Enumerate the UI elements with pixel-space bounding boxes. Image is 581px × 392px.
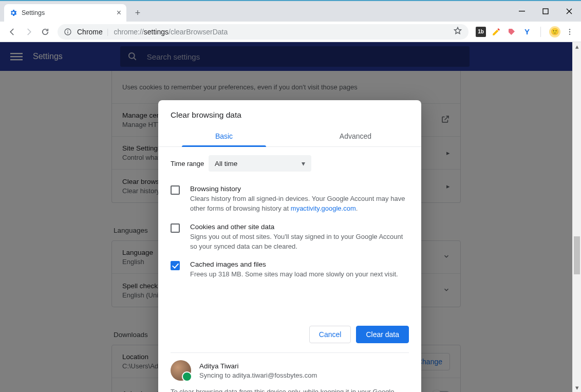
time-range-select[interactable]: All time ▾: [209, 155, 311, 172]
svg-rect-0: [519, 11, 525, 11]
checkbox-browsing-history[interactable]: [171, 185, 180, 195]
dialog-tab-basic[interactable]: Basic: [158, 127, 290, 146]
browser-menu-button[interactable]: [563, 28, 577, 36]
browser-tab-settings[interactable]: Settings ×: [4, 4, 126, 22]
svg-rect-1: [543, 9, 548, 14]
tab-title: Settings: [22, 9, 45, 16]
new-tab-button[interactable]: +: [130, 6, 145, 20]
option-cached-images[interactable]: Cached images and files Frees up 318 MB.…: [171, 256, 409, 285]
omnibox-url: chrome://settings/clearBrowserData: [114, 28, 228, 36]
time-range-label: Time range: [171, 160, 209, 167]
user-sync-status: Syncing to aditya.tiwari@fossbytes.com: [199, 371, 317, 379]
svg-point-6: [569, 31, 570, 32]
back-button[interactable]: [4, 24, 21, 40]
address-bar[interactable]: Chrome | chrome://settings/clearBrowserD…: [58, 24, 468, 40]
clear-data-button[interactable]: Clear data: [356, 326, 409, 343]
checkbox-cookies[interactable]: [171, 223, 180, 233]
caret-down-icon: ▾: [302, 159, 305, 167]
forward-button[interactable]: [21, 24, 37, 40]
dialog-footer-note: To clear browsing data from this device …: [171, 387, 409, 392]
synced-user-row: Aditya Tiwari Syncing to aditya.tiwari@f…: [171, 360, 409, 381]
gear-icon: [9, 9, 17, 17]
svg-point-5: [569, 29, 570, 30]
user-avatar-icon: [171, 360, 191, 381]
browser-tab-strip: Settings × +: [0, 1, 581, 22]
user-name: Aditya Tiwari: [199, 362, 317, 370]
extension-tag-icon[interactable]: [507, 27, 517, 37]
scroll-down-icon[interactable]: ▾: [573, 383, 581, 392]
window-minimize-button[interactable]: [510, 1, 534, 22]
reload-button[interactable]: [37, 24, 53, 40]
cancel-button[interactable]: Cancel: [309, 326, 351, 343]
option-browsing-history[interactable]: Browsing history Clears history from all…: [171, 181, 409, 219]
option-cookies[interactable]: Cookies and other site data Signs you ou…: [171, 219, 409, 257]
clear-browsing-data-dialog: Clear browsing data Basic Advanced Time …: [158, 100, 421, 392]
tab-close-icon[interactable]: ×: [117, 8, 121, 17]
scrollbar-thumb[interactable]: [574, 236, 580, 274]
window-close-button[interactable]: [557, 1, 581, 22]
profile-avatar-icon[interactable]: 🙂: [549, 26, 560, 38]
vertical-scrollbar[interactable]: ▴ ▾: [572, 42, 581, 392]
svg-point-7: [569, 33, 570, 34]
svg-rect-4: [67, 31, 68, 33]
window-maximize-button[interactable]: [534, 1, 557, 22]
omnibox-chip: Chrome: [77, 28, 103, 36]
site-info-icon[interactable]: [64, 28, 72, 36]
dialog-tab-advanced[interactable]: Advanced: [290, 127, 421, 146]
myactivity-link[interactable]: myactivity.google.com: [291, 204, 356, 212]
svg-point-3: [67, 30, 68, 31]
extension-y-icon[interactable]: Y: [522, 27, 532, 37]
scroll-up-icon[interactable]: ▴: [573, 42, 581, 51]
checkbox-cached-images[interactable]: [171, 261, 180, 270]
extension-pencil-icon[interactable]: [491, 27, 501, 37]
extension-icons: 1b Y 🙂: [473, 26, 563, 38]
extension-1b-icon[interactable]: 1b: [476, 27, 486, 37]
bookmark-star-icon[interactable]: [453, 26, 462, 37]
browser-toolbar: Chrome | chrome://settings/clearBrowserD…: [0, 22, 581, 42]
dialog-title: Clear browsing data: [158, 100, 421, 127]
